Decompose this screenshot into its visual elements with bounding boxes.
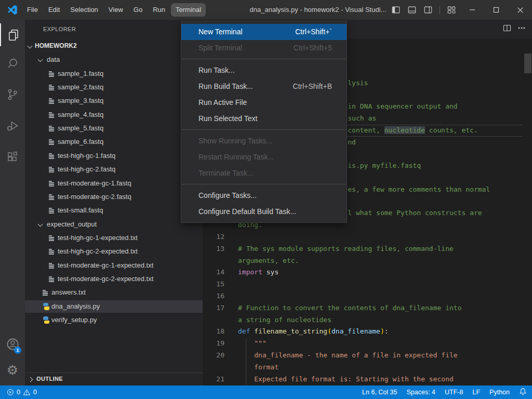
settings-gear-icon[interactable]: ⚙ xyxy=(0,358,25,381)
code-token: is.py myfile.fastq xyxy=(348,162,421,169)
explorer-sidebar: EXPLORER HOMEWORK2datasample_1.fastqsamp… xyxy=(25,20,203,385)
toggle-secondary-sidebar-icon[interactable] xyxy=(423,5,433,15)
status-cursor-position[interactable]: Ln 6, Col 35 xyxy=(362,389,397,396)
tree-file-sample-3-fastq[interactable]: sample_3.fastq xyxy=(25,95,203,107)
tree-file-sample-5-fastq[interactable]: sample_5.fastq xyxy=(25,122,203,135)
code-token: es, a few more comments than normal xyxy=(348,185,490,193)
status-indentation[interactable]: Spaces: 4 xyxy=(406,389,435,396)
code-token: l what some Python constructs are xyxy=(348,209,482,217)
layout-controls xyxy=(391,0,456,20)
search-icon[interactable] xyxy=(0,52,25,75)
toggle-primary-sidebar-icon[interactable] xyxy=(391,5,401,15)
menu-item-new-terminal[interactable]: New TerminalCtrl+Shift+` xyxy=(181,24,347,40)
tree-file-test-high-gc-1-fastq[interactable]: test-high-gc-1.fastq xyxy=(25,150,203,162)
file-icon xyxy=(49,166,55,173)
indent-guide xyxy=(246,362,246,374)
vscode-logo-icon xyxy=(7,4,18,16)
tree-file-sample-2-fastq[interactable]: sample_2.fastq xyxy=(25,81,203,94)
code-row: 17# Function to convert the contents of … xyxy=(203,302,532,314)
code-token: def xyxy=(238,327,250,335)
code-text: a string of nucleotides xyxy=(238,314,331,326)
menu-separator xyxy=(181,127,347,133)
tree-file-test-high-gc-1-expected-txt[interactable]: test-high-gc-1-expected.txt xyxy=(25,232,203,244)
code-row: 19""" xyxy=(203,338,532,350)
customize-layout-icon[interactable] xyxy=(447,5,456,15)
tree-file-test-high-gc-2-expected-txt[interactable]: test-high-gc-2-expected.txt xyxy=(25,245,203,258)
tree-file-test-small-fastq[interactable]: test-small.fastq xyxy=(25,204,203,217)
menubar-item-terminal[interactable]: Terminal xyxy=(171,3,206,17)
menubar-item-go[interactable]: Go xyxy=(129,3,147,17)
tree-file-test-moderate-gc-1-fastq[interactable]: test-moderate-gc-1.fastq xyxy=(25,177,203,190)
menu-item-run-build-task[interactable]: Run Build Task...Ctrl+Shift+B xyxy=(181,78,347,95)
line-number: 15 xyxy=(203,278,224,290)
minimize-icon[interactable] xyxy=(460,0,484,20)
toggle-panel-icon[interactable] xyxy=(407,5,417,15)
tree-item-label: answers.txt xyxy=(51,288,86,296)
menu-item-run-active-file[interactable]: Run Active File xyxy=(181,95,347,111)
tree-file-sample-4-fastq[interactable]: sample_4.fastq xyxy=(25,109,203,121)
outline-section-header[interactable]: OUTLINE xyxy=(25,373,203,385)
code-token: # Function to convert the contents of dn… xyxy=(238,304,461,312)
file-icon xyxy=(49,262,55,269)
menubar-item-file[interactable]: File xyxy=(22,3,43,17)
menubar-item-run[interactable]: Run xyxy=(148,3,170,17)
menu-item-run-task[interactable]: Run Task... xyxy=(181,62,347,78)
menu-item-configure-default-build-task[interactable]: Configure Default Build Task... xyxy=(181,204,347,220)
more-actions-icon[interactable] xyxy=(517,24,526,34)
problems-status[interactable]: 0 0 xyxy=(0,389,37,396)
tree-file-test-high-gc-2-fastq[interactable]: test-high-gc-2.fastq xyxy=(25,163,203,176)
tree-file-sample-1-fastq[interactable]: sample_1.fastq xyxy=(25,68,203,80)
close-icon[interactable] xyxy=(508,0,532,20)
extensions-icon[interactable] xyxy=(0,145,25,168)
tree-file-verify-setup-py[interactable]: verify_setup.py xyxy=(25,314,203,326)
menubar-item-view[interactable]: View xyxy=(104,3,128,17)
file-icon xyxy=(49,139,55,145)
tree-item-label: sample_4.fastq xyxy=(58,111,103,118)
menubar-item-selection[interactable]: Selection xyxy=(65,3,102,17)
indent-guide xyxy=(246,350,246,362)
accounts-icon[interactable]: 1 xyxy=(0,332,25,355)
tree-item-label: test-moderate-gc-1.fastq xyxy=(58,179,131,187)
code-text: in DNA sequencer output and xyxy=(348,101,457,113)
explorer-icon[interactable] xyxy=(0,23,26,46)
split-editor-icon[interactable] xyxy=(503,24,511,34)
notifications-bell-icon[interactable] xyxy=(519,388,527,397)
tree-folder-homework2[interactable]: HOMEWORK2 xyxy=(25,40,203,52)
tree-folder-data[interactable]: data xyxy=(25,54,203,66)
tree-item-label: sample_2.fastq xyxy=(58,83,103,91)
menu-item-label: Restart Running Task... xyxy=(198,149,274,165)
tree-folder-expected-output[interactable]: expected_output xyxy=(25,218,203,231)
menu-separator xyxy=(181,181,347,188)
menu-item-run-selected-text[interactable]: Run Selected Text xyxy=(181,111,347,127)
code-text: dna_filename - the name of a file in exp… xyxy=(254,350,457,362)
tree-item-label: test-moderate-gc-1-expected.txt xyxy=(58,261,153,269)
code-text: nd xyxy=(348,137,356,149)
menu-item-configure-tasks[interactable]: Configure Tasks... xyxy=(181,188,347,204)
line-number: 21 xyxy=(203,374,224,385)
tree-file-answers-txt[interactable]: answers.txt xyxy=(25,286,203,299)
editor-scrollbar[interactable] xyxy=(524,54,531,73)
line-number: 20 xyxy=(203,350,224,362)
menubar-item-edit[interactable]: Edit xyxy=(44,3,64,17)
menu-item-terminate-task: Terminate Task... xyxy=(181,165,347,181)
file-icon xyxy=(49,112,55,118)
code-row: 21Expected file format is: Starting with… xyxy=(203,374,532,385)
status-language-mode[interactable]: Python xyxy=(489,389,510,396)
code-text: lysis xyxy=(348,77,368,89)
status-eol[interactable]: LF xyxy=(472,389,480,396)
code-text: Expected file format is: Starting with t… xyxy=(254,374,454,385)
tree-file-test-moderate-gc-2-expected-txt[interactable]: test-moderate-gc-2-expected.txt xyxy=(25,273,203,285)
tree-file-test-moderate-gc-1-expected-txt[interactable]: test-moderate-gc-1-expected.txt xyxy=(25,259,203,272)
status-encoding[interactable]: UTF-8 xyxy=(445,389,463,396)
tree-file-dna-analysis-py[interactable]: dna_analysis.py xyxy=(25,300,203,313)
source-control-icon[interactable] xyxy=(0,83,25,106)
tree-file-test-moderate-gc-2-fastq[interactable]: test-moderate-gc-2.fastq xyxy=(25,191,203,203)
file-icon xyxy=(49,98,55,104)
code-text: # Function to convert the contents of dn… xyxy=(238,302,461,314)
tree-file-sample-6-fastq[interactable]: sample_6.fastq xyxy=(25,136,203,148)
code-token: content, xyxy=(348,126,384,134)
tree-item-label: test-moderate-gc-2-expected.txt xyxy=(58,275,153,283)
maximize-icon[interactable] xyxy=(484,0,508,20)
tree-item-label: expected_output xyxy=(47,220,97,228)
run-and-debug-icon[interactable] xyxy=(0,114,25,137)
